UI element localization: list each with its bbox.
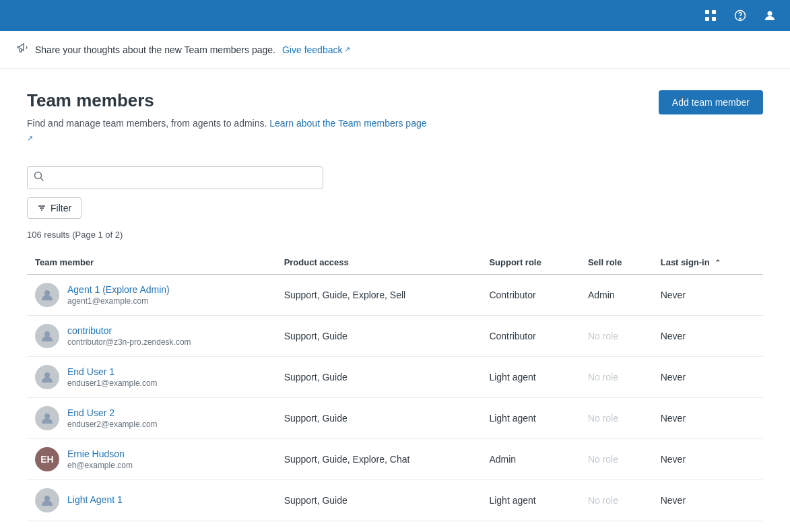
table-row: EH Ernie Hudson eh@example.com Support, …: [27, 439, 763, 480]
member-name-0[interactable]: Agent 1 (Explore Admin): [67, 284, 170, 295]
product-access-0: Support, Guide, Explore, Sell: [276, 275, 482, 316]
col-access: Product access: [276, 251, 482, 275]
page-subtitle: Find and manage team members, from agent…: [27, 117, 431, 145]
svg-point-7: [35, 172, 42, 179]
title-section: Team members Find and manage team member…: [27, 90, 431, 145]
filter-button[interactable]: Filter: [27, 197, 81, 219]
support-role-4: Admin: [481, 439, 579, 480]
product-access-1: Support, Guide: [276, 316, 482, 357]
member-cell-4: EH Ernie Hudson eh@example.com: [27, 439, 276, 480]
sell-role-0: Admin: [580, 275, 653, 316]
page-header: Team members Find and manage team member…: [27, 90, 763, 145]
avatar: [35, 365, 59, 389]
user-icon[interactable]: [760, 6, 779, 25]
col-signin[interactable]: Last sign-in ⌃: [653, 251, 763, 275]
svg-point-15: [44, 413, 50, 419]
table-row: Light Agent 1 Support, Guide Light agent…: [27, 480, 763, 521]
search-icon: [34, 171, 44, 185]
product-access-2: Support, Guide: [276, 357, 482, 398]
avatar: [35, 406, 59, 430]
product-access-3: Support, Guide: [276, 398, 482, 439]
avatar: [35, 283, 59, 307]
svg-point-12: [44, 290, 50, 296]
banner-text: Share your thoughts about the new Team m…: [35, 44, 275, 55]
sell-role-5: No role: [580, 480, 653, 521]
col-support: Support role: [481, 251, 579, 275]
support-role-3: Light agent: [481, 398, 579, 439]
member-name-4[interactable]: Ernie Hudson: [67, 448, 133, 459]
member-email-3: enduser2@example.com: [67, 420, 158, 429]
member-name-1[interactable]: contributor: [67, 325, 191, 336]
last-signin-5: Never: [653, 480, 763, 521]
col-member: Team member: [27, 251, 276, 275]
last-signin-1: Never: [653, 316, 763, 357]
support-role-2: Light agent: [481, 357, 579, 398]
member-name-5[interactable]: Light Agent 1: [67, 494, 123, 505]
member-email-0: agent1@example.com: [67, 296, 170, 306]
filter-label: Filter: [51, 203, 71, 213]
avatar: [35, 488, 59, 512]
sort-icon: ⌃: [715, 259, 721, 267]
support-role-1: Contributor: [481, 316, 579, 357]
top-nav: [0, 0, 790, 31]
add-team-member-button[interactable]: Add team member: [659, 90, 763, 114]
table-row: Agent 1 (Explore Admin) agent1@example.c…: [27, 275, 763, 316]
last-signin-3: Never: [653, 398, 763, 439]
table-header-row: Team member Product access Support role …: [27, 251, 763, 275]
page-title: Team members: [27, 90, 431, 111]
member-cell-0: Agent 1 (Explore Admin) agent1@example.c…: [27, 275, 276, 316]
svg-rect-3: [712, 17, 716, 21]
member-email-1: contributor@z3n-pro.zendesk.com: [67, 337, 191, 347]
search-container: [27, 166, 323, 189]
member-email-2: enduser1@example.com: [67, 378, 158, 388]
grid-icon[interactable]: [701, 6, 720, 25]
sell-role-2: No role: [580, 357, 653, 398]
svg-point-16: [44, 496, 50, 501]
member-cell-2: End User 1 enduser1@example.com: [27, 357, 276, 398]
svg-rect-2: [705, 17, 709, 21]
table-row: contributor contributor@z3n-pro.zendesk.…: [27, 316, 763, 357]
member-cell-1: contributor contributor@z3n-pro.zendesk.…: [27, 316, 276, 357]
member-cell-5: Light Agent 1: [27, 480, 276, 521]
support-role-0: Contributor: [481, 275, 579, 316]
sell-role-1: No role: [580, 316, 653, 357]
svg-point-6: [768, 11, 772, 16]
member-name-2[interactable]: End User 1: [67, 366, 158, 377]
avatar: EH: [35, 447, 59, 471]
last-signin-2: Never: [653, 357, 763, 398]
support-role-5: Light agent: [481, 480, 579, 521]
feedback-link[interactable]: Give feedback: [282, 44, 351, 55]
svg-rect-1: [712, 10, 716, 14]
svg-point-5: [739, 18, 741, 20]
svg-point-14: [44, 372, 50, 378]
svg-point-13: [44, 331, 50, 337]
member-email-4: eh@example.com: [67, 461, 133, 470]
product-access-5: Support, Guide: [276, 480, 482, 521]
svg-rect-0: [705, 10, 709, 14]
member-name-3[interactable]: End User 2: [67, 407, 158, 418]
feedback-banner: Share your thoughts about the new Team m…: [0, 31, 790, 69]
results-count: 106 results (Page 1 of 2): [27, 230, 763, 240]
table-row: End User 1 enduser1@example.com Support,…: [27, 357, 763, 398]
last-signin-0: Never: [653, 275, 763, 316]
col-sell: Sell role: [580, 251, 653, 275]
main-content: Team members Find and manage team member…: [0, 69, 790, 532]
table-row: End User 2 enduser2@example.com Support,…: [27, 398, 763, 439]
help-icon[interactable]: [731, 6, 750, 25]
member-cell-3: End User 2 enduser2@example.com: [27, 398, 276, 439]
svg-line-8: [41, 178, 44, 181]
filter-icon: [37, 203, 46, 213]
sell-role-3: No role: [580, 398, 653, 439]
product-access-4: Support, Guide, Explore, Chat: [276, 439, 482, 480]
members-table: Team member Product access Support role …: [27, 251, 763, 521]
search-input[interactable]: [27, 166, 323, 189]
avatar: [35, 324, 59, 348]
sell-role-4: No role: [580, 439, 653, 480]
last-signin-4: Never: [653, 439, 763, 480]
megaphone-icon: [16, 42, 28, 57]
